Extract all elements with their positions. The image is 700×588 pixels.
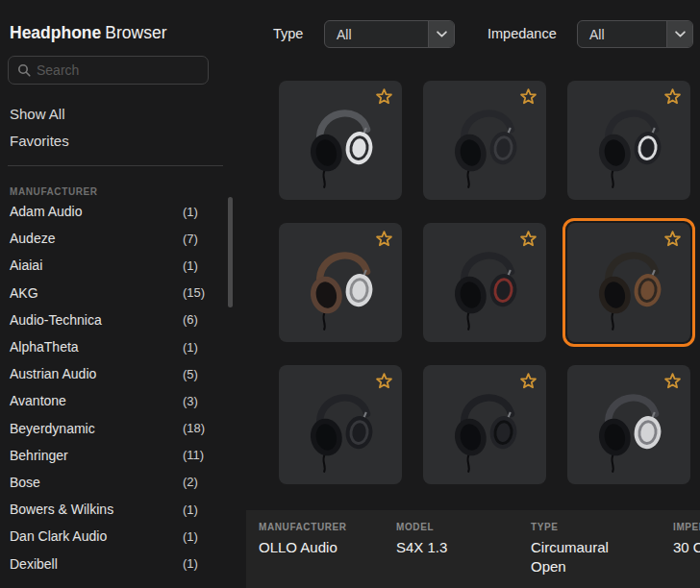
detail-field-value: OLLO Audio [259, 538, 366, 557]
impedance-dropdown-value: All [578, 27, 666, 42]
manufacturer-name: Behringer [10, 448, 68, 463]
favorite-star-icon[interactable] [663, 230, 682, 248]
manufacturer-name: Bose [10, 475, 40, 490]
search-input[interactable] [37, 62, 199, 78]
detail-field-value: S4X 1.3 [396, 538, 504, 557]
favorites-link[interactable]: Favorites [10, 133, 69, 149]
manufacturer-scrollbar[interactable] [228, 197, 233, 307]
manufacturer-name: Adam Audio [10, 204, 83, 219]
manufacturer-section-label: MANUFACTURER [10, 186, 98, 197]
manufacturer-count: (5) [183, 367, 198, 381]
detail-field-label: MANUFACTURER [259, 522, 396, 532]
page-title-bold: Headphone [10, 23, 101, 42]
manufacturer-list-item[interactable]: AKG (15) [0, 280, 223, 306]
manufacturer-list-item[interactable]: AlphaTheta (1) [0, 333, 223, 360]
favorite-star-icon[interactable] [375, 230, 393, 248]
headphone-card[interactable] [567, 365, 690, 484]
type-dropdown[interactable]: All [324, 20, 455, 48]
manufacturer-count: (1) [183, 205, 198, 219]
type-filter-label: Type [273, 26, 303, 41]
manufacturer-count: (1) [183, 529, 198, 544]
detail-field: IMPEDANCE 30 Ohm [673, 522, 700, 588]
manufacturer-name: Dexibell [10, 556, 58, 572]
favorite-star-icon[interactable] [663, 87, 682, 106]
manufacturer-name: AlphaTheta [10, 339, 79, 355]
manufacturer-list-item[interactable]: Bose (2) [0, 469, 223, 496]
selected-headphone-detail-bar: MANUFACTURER OLLO Audio MODEL S4X 1.3 TY… [246, 510, 700, 588]
favorite-star-icon[interactable] [375, 87, 393, 106]
detail-field-label: TYPE [531, 522, 673, 532]
detail-field: MANUFACTURER OLLO Audio [259, 522, 396, 588]
manufacturer-count: (1) [183, 556, 198, 571]
manufacturer-list-item[interactable]: Avantone (3) [0, 387, 223, 414]
chevron-down-icon [428, 21, 454, 47]
manufacturer-count: (1) [183, 502, 198, 517]
headphone-card[interactable] [279, 223, 402, 342]
favorite-star-icon[interactable] [519, 372, 538, 390]
manufacturer-name: Austrian Audio [10, 366, 96, 381]
show-all-link[interactable]: Show All [10, 106, 65, 122]
manufacturer-list-item[interactable]: Dan Clark Audio (1) [0, 523, 223, 550]
manufacturer-count: (1) [183, 340, 198, 355]
headphone-card-grid [279, 81, 690, 484]
manufacturer-count: (2) [183, 475, 198, 489]
manufacturer-count: (7) [183, 232, 198, 246]
headphone-card[interactable] [423, 81, 546, 200]
manufacturer-list-item[interactable]: Bowers & Wilkins (1) [0, 496, 223, 523]
manufacturer-name: Aiaiai [10, 257, 42, 273]
manufacturer-name: Bowers & Wilkins [10, 502, 113, 517]
page-title-light: Browser [105, 23, 166, 42]
manufacturer-name: Audeze [10, 231, 55, 246]
manufacturer-name: Beyerdynamic [10, 421, 95, 436]
headphone-card[interactable] [423, 223, 546, 342]
favorite-star-icon[interactable] [663, 372, 682, 390]
detail-field: TYPE Circumaural Open [531, 522, 673, 588]
favorite-star-icon[interactable] [519, 230, 538, 248]
headphone-card[interactable] [279, 365, 402, 484]
headphone-card[interactable] [423, 365, 546, 484]
manufacturer-name: Dan Clark Audio [10, 528, 107, 544]
manufacturer-list-item[interactable]: Behringer (11) [0, 442, 223, 469]
detail-field-value: 30 Ohm [673, 538, 700, 557]
headphone-card[interactable] [279, 81, 402, 200]
manufacturer-list: Adam Audio (1) Audeze (7) Aiaiai (1) AKG… [0, 198, 223, 577]
detail-field: MODEL S4X 1.3 [396, 522, 531, 588]
chevron-down-icon [666, 21, 692, 47]
manufacturer-list-item[interactable]: Audio-Technica (6) [0, 306, 223, 333]
manufacturer-name: AKG [10, 285, 38, 301]
sidebar-divider [8, 165, 223, 166]
manufacturer-list-item[interactable]: Dexibell (1) [0, 550, 223, 576]
manufacturer-list-item[interactable]: Aiaiai (1) [0, 252, 223, 279]
type-dropdown-value: All [325, 27, 428, 42]
manufacturer-list-item[interactable]: Beyerdynamic (18) [0, 415, 223, 442]
search-icon [17, 63, 31, 77]
manufacturer-count: (1) [183, 258, 198, 273]
impedance-filter-label: Impedance [488, 26, 557, 41]
manufacturer-count: (11) [183, 448, 204, 462]
favorite-star-icon[interactable] [519, 87, 538, 106]
manufacturer-count: (18) [183, 421, 205, 435]
manufacturer-list-item[interactable]: Austrian Audio (5) [0, 360, 223, 387]
impedance-dropdown[interactable]: All [577, 20, 693, 48]
favorite-star-icon[interactable] [375, 372, 393, 390]
headphone-card[interactable] [567, 223, 690, 342]
manufacturer-count: (6) [183, 312, 198, 327]
manufacturer-list-item[interactable]: Adam Audio (1) [0, 198, 223, 225]
manufacturer-list-item[interactable]: Audeze (7) [0, 225, 223, 252]
manufacturer-count: (3) [183, 394, 198, 408]
manufacturer-count: (15) [183, 285, 205, 300]
detail-field-label: IMPEDANCE [673, 522, 700, 532]
search-box[interactable] [8, 56, 209, 85]
detail-field-label: MODEL [396, 522, 531, 532]
headphone-card[interactable] [567, 81, 690, 200]
manufacturer-name: Avantone [10, 393, 66, 408]
manufacturer-name: Audio-Technica [10, 312, 102, 328]
page-title: HeadphoneBrowser [10, 23, 166, 43]
headphone-browser-window: HeadphoneBrowser Show All Favorites MANU… [0, 0, 700, 588]
detail-field-value: Circumaural Open [531, 538, 638, 576]
